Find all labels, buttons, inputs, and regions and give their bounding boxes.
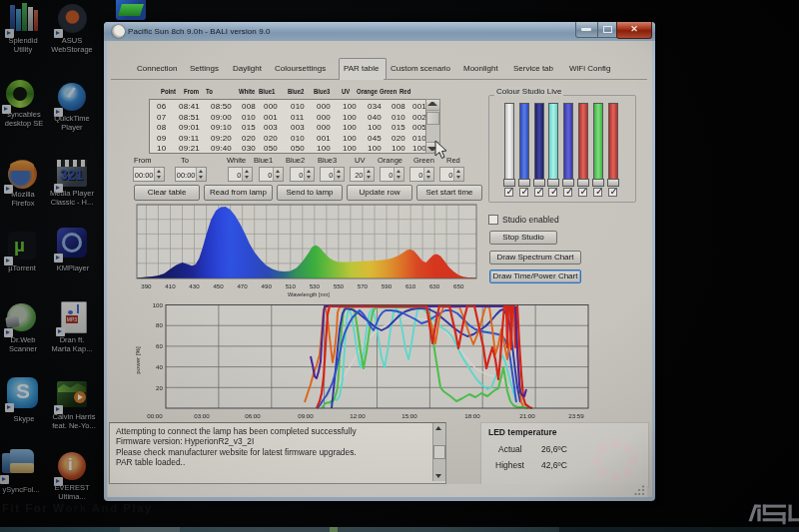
svg-text:23:59: 23:59 (568, 412, 584, 419)
svg-text:470: 470 (237, 282, 248, 289)
svg-text:40: 40 (156, 363, 163, 370)
svg-text:15:00: 15:00 (401, 412, 417, 419)
svg-text:610: 610 (405, 282, 416, 289)
svg-text:12:00: 12:00 (350, 412, 366, 419)
svg-text:430: 430 (189, 282, 200, 289)
svg-text:550: 550 (334, 282, 345, 289)
svg-text:490: 490 (262, 282, 273, 289)
svg-text:80: 80 (156, 321, 163, 328)
svg-text:09:00: 09:00 (298, 412, 314, 419)
svg-text:100: 100 (153, 301, 164, 308)
svg-text:590: 590 (382, 282, 393, 289)
svg-text:650: 650 (453, 282, 464, 289)
svg-text:power [%]: power [%] (134, 346, 141, 374)
svg-text:630: 630 (429, 282, 440, 289)
svg-text:530: 530 (310, 282, 321, 289)
svg-text:03:00: 03:00 (194, 412, 210, 419)
svg-text:570: 570 (358, 282, 369, 289)
svg-text:60: 60 (156, 342, 163, 349)
svg-text:06:00: 06:00 (245, 412, 261, 419)
svg-text:390: 390 (141, 282, 152, 289)
svg-text:450: 450 (213, 282, 224, 289)
svg-text:410: 410 (165, 282, 176, 289)
svg-text:18:00: 18:00 (464, 412, 480, 419)
svg-text:00:00: 00:00 (147, 412, 163, 419)
svg-text:510: 510 (286, 282, 297, 289)
svg-text:20: 20 (156, 384, 163, 391)
svg-text:21:00: 21:00 (519, 412, 535, 419)
